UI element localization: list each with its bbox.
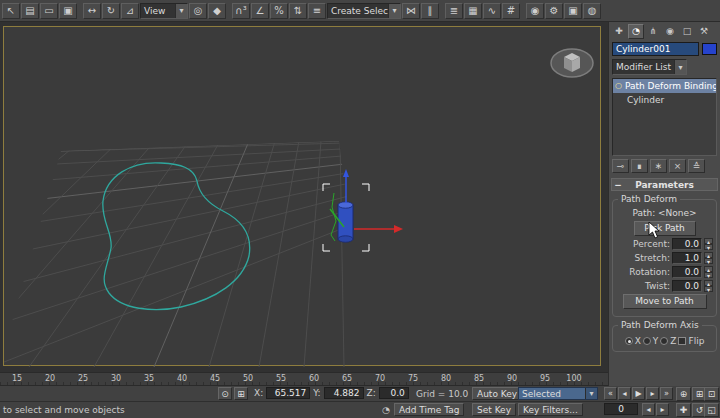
modifier-list-dropdown[interactable]: Modifier List ▾: [612, 59, 687, 75]
select-object-icon[interactable]: ↖: [2, 3, 20, 19]
render-production-icon[interactable]: ◍: [583, 3, 601, 19]
stack-item-label: Path Deform Binding (W: [625, 79, 716, 93]
viewcube[interactable]: [551, 49, 593, 77]
percent-snap-icon[interactable]: %: [270, 3, 288, 19]
curve-editor-icon[interactable]: ∿: [483, 3, 501, 19]
spline-path-object[interactable]: [103, 163, 250, 310]
remove-modifier-icon[interactable]: ×: [669, 159, 686, 173]
stack-item-cylinder[interactable]: Cylinder: [613, 93, 716, 107]
material-editor-icon[interactable]: ◉: [526, 3, 544, 19]
maximize-viewport-icon[interactable]: ◱: [704, 403, 719, 417]
z-coord-field[interactable]: 0.0: [379, 387, 409, 399]
rendered-frame-window-icon[interactable]: ▣: [564, 3, 582, 19]
graphite-toolbar-icon[interactable]: ▦: [464, 3, 482, 19]
set-key-button[interactable]: Set Key: [472, 403, 516, 416]
select-and-rotate-icon[interactable]: ↻: [102, 3, 120, 19]
twist-label: Twist:: [645, 281, 670, 291]
play-button[interactable]: ▶: [632, 387, 645, 400]
show-end-result-icon[interactable]: ∎: [631, 159, 648, 173]
object-name-field[interactable]: Cylinder001: [612, 42, 699, 56]
rotation-spinner[interactable]: ▴▾: [704, 266, 713, 278]
object-color-swatch[interactable]: [702, 43, 717, 55]
go-to-end-button[interactable]: »: [660, 387, 673, 400]
modifier-stack: ○ Path Deform Binding (W Cylinder: [612, 78, 717, 156]
window-crossing-icon[interactable]: ▣: [59, 3, 77, 19]
zoom-icon[interactable]: ⊕: [676, 387, 691, 401]
key-step-back-button[interactable]: ◂: [642, 403, 655, 416]
stretch-spinner[interactable]: ▴▾: [704, 252, 713, 264]
twist-field[interactable]: 0.0: [672, 280, 702, 292]
hierarchy-tab-icon[interactable]: ⋔: [645, 24, 661, 39]
frame-tick: 25: [72, 374, 94, 383]
frame-tick: 80: [435, 374, 457, 383]
rollout-title: Parameters: [624, 180, 705, 190]
key-step-forward-button[interactable]: ▸: [656, 403, 669, 416]
spinner-down-icon[interactable]: ▾: [704, 258, 713, 264]
x-coord-field[interactable]: 65.517: [266, 387, 310, 399]
select-and-scale-icon[interactable]: ⊿: [121, 3, 139, 19]
twist-spinner[interactable]: ▴▾: [704, 280, 713, 292]
chevron-down-icon: ▾: [388, 4, 400, 18]
axis-x-radio[interactable]: [625, 337, 633, 345]
move-to-path-button[interactable]: Move to Path: [623, 294, 707, 309]
reference-coordinate-dropdown[interactable]: View ▾: [140, 3, 188, 19]
align-icon[interactable]: ∥: [421, 3, 439, 19]
lightbulb-icon[interactable]: ○: [615, 79, 622, 93]
create-tab-icon[interactable]: ✚: [611, 24, 627, 39]
zoom-extents-icon[interactable]: ⊡: [704, 387, 719, 401]
current-frame-field[interactable]: 0: [604, 403, 638, 415]
previous-frame-button[interactable]: ◂: [618, 387, 631, 400]
select-and-manipulate-icon[interactable]: ◆: [208, 3, 226, 19]
axis-y-radio[interactable]: [643, 337, 651, 345]
spinner-down-icon[interactable]: ▾: [704, 272, 713, 278]
display-tab-icon[interactable]: □: [679, 24, 695, 39]
percent-spinner[interactable]: ▴▾: [704, 238, 713, 250]
y-coord-field[interactable]: 4.882: [324, 387, 364, 399]
spinner-down-icon[interactable]: ▾: [704, 244, 713, 250]
absolute-mode-toggle-icon[interactable]: ⊞: [234, 387, 248, 400]
rotation-field[interactable]: 0.0: [672, 266, 702, 278]
snaps-toggle-icon[interactable]: ∩³: [232, 3, 250, 19]
use-pivot-point-icon[interactable]: ◎: [189, 3, 207, 19]
selection-region-icon[interactable]: ▭: [40, 3, 58, 19]
spinner-snap-icon[interactable]: ⇅: [289, 3, 307, 19]
stretch-field[interactable]: 1.0: [672, 252, 702, 264]
utilities-tab-icon[interactable]: ⚒: [696, 24, 712, 39]
auto-key-button[interactable]: Auto Key: [472, 387, 522, 400]
percent-field[interactable]: 0.0: [672, 238, 702, 250]
modifier-stack-tools: ⊸ ∎ ∗ × ≙: [609, 158, 720, 174]
viewport-area: [0, 22, 608, 372]
pick-path-button[interactable]: Pick Path: [634, 221, 696, 236]
axis-z-radio[interactable]: [660, 337, 668, 345]
select-and-move-icon[interactable]: ↔: [83, 3, 101, 19]
track-bar[interactable]: 15 20 25 30 35 40 45 50 55 60 65 70 75 8…: [0, 372, 608, 386]
motion-tab-icon[interactable]: ◉: [662, 24, 678, 39]
key-filters-button[interactable]: Key Filters...: [518, 403, 583, 416]
select-by-name-icon[interactable]: ▤: [21, 3, 39, 19]
mirror-icon[interactable]: ⋈: [402, 3, 420, 19]
selection-filter-dropdown[interactable]: Selected ▾: [518, 387, 598, 400]
modify-tab-icon[interactable]: ◔: [628, 24, 644, 39]
path-deform-group: Path Deform Path: <None> Pick Path Perce…: [612, 199, 717, 317]
layer-manager-icon[interactable]: ≣: [445, 3, 463, 19]
next-frame-button[interactable]: ▸: [646, 387, 659, 400]
stack-item-path-deform-binding[interactable]: ○ Path Deform Binding (W: [613, 79, 716, 93]
selection-lock-toggle-icon[interactable]: ⊙: [218, 387, 232, 400]
perspective-viewport[interactable]: [3, 26, 601, 366]
named-selection-set-dropdown[interactable]: Create Selection Se ▾: [327, 3, 401, 19]
make-unique-icon[interactable]: ∗: [650, 159, 667, 173]
render-setup-icon[interactable]: ⚙: [545, 3, 563, 19]
object-name-row: Cylinder001: [609, 40, 720, 58]
add-time-tag[interactable]: Add Time Tag: [394, 403, 464, 416]
configure-modifier-sets-icon[interactable]: ≙: [688, 159, 705, 173]
schematic-view-icon[interactable]: #: [502, 3, 520, 19]
pan-icon[interactable]: ✚: [676, 403, 691, 417]
parameters-rollout-header[interactable]: − Parameters: [611, 178, 718, 191]
path-value: <None>: [658, 208, 697, 218]
angle-snap-icon[interactable]: ∠: [251, 3, 269, 19]
spinner-down-icon[interactable]: ▾: [704, 286, 713, 292]
flip-checkbox[interactable]: [678, 337, 686, 345]
pin-stack-icon[interactable]: ⊸: [612, 159, 629, 173]
edit-named-selection-sets-icon[interactable]: ≡: [308, 3, 326, 19]
go-to-start-button[interactable]: «: [604, 387, 617, 400]
